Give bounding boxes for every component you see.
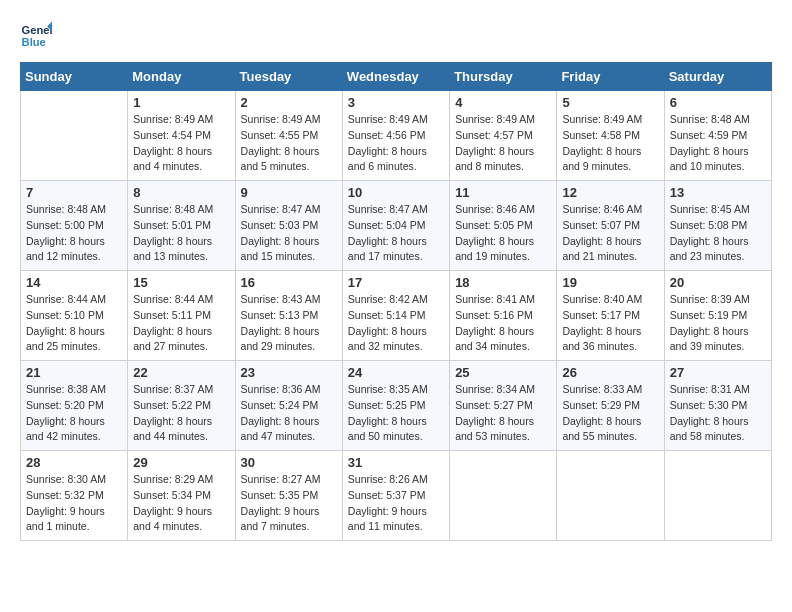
header-day-sunday: Sunday	[21, 63, 128, 91]
calendar-cell: 16Sunrise: 8:43 AM Sunset: 5:13 PM Dayli…	[235, 271, 342, 361]
day-info: Sunrise: 8:40 AM Sunset: 5:17 PM Dayligh…	[562, 292, 658, 355]
day-info: Sunrise: 8:26 AM Sunset: 5:37 PM Dayligh…	[348, 472, 444, 535]
header-day-monday: Monday	[128, 63, 235, 91]
calendar-cell: 9Sunrise: 8:47 AM Sunset: 5:03 PM Daylig…	[235, 181, 342, 271]
header-day-wednesday: Wednesday	[342, 63, 449, 91]
day-number: 20	[670, 275, 766, 290]
header-day-tuesday: Tuesday	[235, 63, 342, 91]
day-number: 21	[26, 365, 122, 380]
calendar-cell: 20Sunrise: 8:39 AM Sunset: 5:19 PM Dayli…	[664, 271, 771, 361]
calendar-week-3: 14Sunrise: 8:44 AM Sunset: 5:10 PM Dayli…	[21, 271, 772, 361]
calendar-table: SundayMondayTuesdayWednesdayThursdayFrid…	[20, 62, 772, 541]
day-number: 14	[26, 275, 122, 290]
calendar-cell: 17Sunrise: 8:42 AM Sunset: 5:14 PM Dayli…	[342, 271, 449, 361]
day-number: 6	[670, 95, 766, 110]
day-info: Sunrise: 8:36 AM Sunset: 5:24 PM Dayligh…	[241, 382, 337, 445]
day-number: 16	[241, 275, 337, 290]
calendar-cell: 15Sunrise: 8:44 AM Sunset: 5:11 PM Dayli…	[128, 271, 235, 361]
calendar-cell: 14Sunrise: 8:44 AM Sunset: 5:10 PM Dayli…	[21, 271, 128, 361]
calendar-cell: 27Sunrise: 8:31 AM Sunset: 5:30 PM Dayli…	[664, 361, 771, 451]
day-info: Sunrise: 8:34 AM Sunset: 5:27 PM Dayligh…	[455, 382, 551, 445]
day-number: 5	[562, 95, 658, 110]
day-number: 13	[670, 185, 766, 200]
header-day-friday: Friday	[557, 63, 664, 91]
day-number: 2	[241, 95, 337, 110]
day-info: Sunrise: 8:49 AM Sunset: 4:57 PM Dayligh…	[455, 112, 551, 175]
day-number: 18	[455, 275, 551, 290]
day-number: 29	[133, 455, 229, 470]
calendar-cell: 23Sunrise: 8:36 AM Sunset: 5:24 PM Dayli…	[235, 361, 342, 451]
calendar-cell	[557, 451, 664, 541]
day-info: Sunrise: 8:41 AM Sunset: 5:16 PM Dayligh…	[455, 292, 551, 355]
calendar-cell	[664, 451, 771, 541]
calendar-week-1: 1Sunrise: 8:49 AM Sunset: 4:54 PM Daylig…	[21, 91, 772, 181]
day-info: Sunrise: 8:49 AM Sunset: 4:55 PM Dayligh…	[241, 112, 337, 175]
day-number: 8	[133, 185, 229, 200]
day-info: Sunrise: 8:42 AM Sunset: 5:14 PM Dayligh…	[348, 292, 444, 355]
day-number: 3	[348, 95, 444, 110]
day-number: 11	[455, 185, 551, 200]
calendar-cell: 30Sunrise: 8:27 AM Sunset: 5:35 PM Dayli…	[235, 451, 342, 541]
calendar-cell: 19Sunrise: 8:40 AM Sunset: 5:17 PM Dayli…	[557, 271, 664, 361]
calendar-week-5: 28Sunrise: 8:30 AM Sunset: 5:32 PM Dayli…	[21, 451, 772, 541]
calendar-cell: 7Sunrise: 8:48 AM Sunset: 5:00 PM Daylig…	[21, 181, 128, 271]
day-info: Sunrise: 8:37 AM Sunset: 5:22 PM Dayligh…	[133, 382, 229, 445]
calendar-cell: 18Sunrise: 8:41 AM Sunset: 5:16 PM Dayli…	[450, 271, 557, 361]
calendar-cell: 2Sunrise: 8:49 AM Sunset: 4:55 PM Daylig…	[235, 91, 342, 181]
day-info: Sunrise: 8:27 AM Sunset: 5:35 PM Dayligh…	[241, 472, 337, 535]
svg-text:Blue: Blue	[22, 36, 46, 48]
calendar-cell: 4Sunrise: 8:49 AM Sunset: 4:57 PM Daylig…	[450, 91, 557, 181]
calendar-cell: 6Sunrise: 8:48 AM Sunset: 4:59 PM Daylig…	[664, 91, 771, 181]
day-number: 17	[348, 275, 444, 290]
calendar-cell: 28Sunrise: 8:30 AM Sunset: 5:32 PM Dayli…	[21, 451, 128, 541]
calendar-week-4: 21Sunrise: 8:38 AM Sunset: 5:20 PM Dayli…	[21, 361, 772, 451]
calendar-cell: 12Sunrise: 8:46 AM Sunset: 5:07 PM Dayli…	[557, 181, 664, 271]
calendar-cell: 22Sunrise: 8:37 AM Sunset: 5:22 PM Dayli…	[128, 361, 235, 451]
header-day-saturday: Saturday	[664, 63, 771, 91]
day-number: 1	[133, 95, 229, 110]
day-number: 19	[562, 275, 658, 290]
day-info: Sunrise: 8:49 AM Sunset: 4:54 PM Dayligh…	[133, 112, 229, 175]
day-number: 25	[455, 365, 551, 380]
day-number: 9	[241, 185, 337, 200]
header-day-thursday: Thursday	[450, 63, 557, 91]
calendar-cell: 25Sunrise: 8:34 AM Sunset: 5:27 PM Dayli…	[450, 361, 557, 451]
day-info: Sunrise: 8:48 AM Sunset: 5:01 PM Dayligh…	[133, 202, 229, 265]
calendar-cell: 29Sunrise: 8:29 AM Sunset: 5:34 PM Dayli…	[128, 451, 235, 541]
day-number: 23	[241, 365, 337, 380]
day-number: 22	[133, 365, 229, 380]
calendar-cell: 24Sunrise: 8:35 AM Sunset: 5:25 PM Dayli…	[342, 361, 449, 451]
day-number: 12	[562, 185, 658, 200]
day-number: 15	[133, 275, 229, 290]
calendar-cell: 5Sunrise: 8:49 AM Sunset: 4:58 PM Daylig…	[557, 91, 664, 181]
day-info: Sunrise: 8:46 AM Sunset: 5:07 PM Dayligh…	[562, 202, 658, 265]
logo: General Blue	[20, 20, 52, 52]
day-number: 30	[241, 455, 337, 470]
day-info: Sunrise: 8:29 AM Sunset: 5:34 PM Dayligh…	[133, 472, 229, 535]
day-info: Sunrise: 8:38 AM Sunset: 5:20 PM Dayligh…	[26, 382, 122, 445]
day-info: Sunrise: 8:31 AM Sunset: 5:30 PM Dayligh…	[670, 382, 766, 445]
day-info: Sunrise: 8:49 AM Sunset: 4:58 PM Dayligh…	[562, 112, 658, 175]
day-number: 28	[26, 455, 122, 470]
day-number: 27	[670, 365, 766, 380]
calendar-cell: 31Sunrise: 8:26 AM Sunset: 5:37 PM Dayli…	[342, 451, 449, 541]
day-number: 4	[455, 95, 551, 110]
calendar-cell	[21, 91, 128, 181]
day-number: 26	[562, 365, 658, 380]
calendar-cell	[450, 451, 557, 541]
day-info: Sunrise: 8:43 AM Sunset: 5:13 PM Dayligh…	[241, 292, 337, 355]
calendar-week-2: 7Sunrise: 8:48 AM Sunset: 5:00 PM Daylig…	[21, 181, 772, 271]
calendar-header-row: SundayMondayTuesdayWednesdayThursdayFrid…	[21, 63, 772, 91]
day-info: Sunrise: 8:33 AM Sunset: 5:29 PM Dayligh…	[562, 382, 658, 445]
calendar-cell: 11Sunrise: 8:46 AM Sunset: 5:05 PM Dayli…	[450, 181, 557, 271]
day-number: 24	[348, 365, 444, 380]
calendar-cell: 1Sunrise: 8:49 AM Sunset: 4:54 PM Daylig…	[128, 91, 235, 181]
calendar-cell: 3Sunrise: 8:49 AM Sunset: 4:56 PM Daylig…	[342, 91, 449, 181]
calendar-body: 1Sunrise: 8:49 AM Sunset: 4:54 PM Daylig…	[21, 91, 772, 541]
calendar-cell: 26Sunrise: 8:33 AM Sunset: 5:29 PM Dayli…	[557, 361, 664, 451]
page-header: General Blue	[20, 20, 772, 52]
day-info: Sunrise: 8:46 AM Sunset: 5:05 PM Dayligh…	[455, 202, 551, 265]
day-info: Sunrise: 8:48 AM Sunset: 5:00 PM Dayligh…	[26, 202, 122, 265]
day-info: Sunrise: 8:39 AM Sunset: 5:19 PM Dayligh…	[670, 292, 766, 355]
day-number: 10	[348, 185, 444, 200]
